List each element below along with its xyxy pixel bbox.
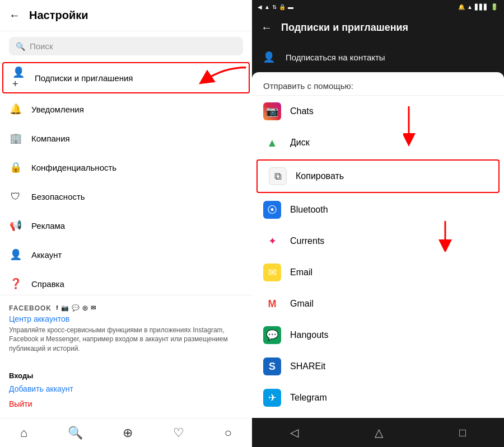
signal-bars-icon: ▋▋▋ <box>475 4 488 10</box>
share-item-gmail[interactable]: M Gmail <box>252 288 504 319</box>
mail-icon: ✉ <box>91 304 96 312</box>
account-icon: 👤 <box>9 248 22 261</box>
left-menu-list: 👤+ Подписки и приглашения 🔔 Уведомления … <box>0 61 252 295</box>
telegram-icon: ✈ <box>263 389 281 407</box>
account-label: Аккаунт <box>31 250 62 260</box>
signal-icon: ◀ <box>258 4 262 10</box>
ads-label: Реклама <box>31 221 65 230</box>
company-icon: 🏢 <box>9 131 22 145</box>
ads-icon: 📢 <box>9 219 22 232</box>
subscribe-contacts-label: Подписаться на контакты <box>286 53 385 62</box>
lock-icon: 🔒 <box>279 4 286 10</box>
shareit-label: SHAREit <box>290 361 325 371</box>
shareit-icon: S <box>263 357 281 375</box>
share-item-chats[interactable]: 📷 Chats <box>252 96 504 127</box>
right-bottom-nav: ◁ △ □ <box>252 418 504 447</box>
copy-icon: ⧉ <box>269 167 287 185</box>
right-panel: ◀ ▲ ⇅ 🔒 ▬ 🔔 ▲ ▋▋▋ 🔋 ← Подписки и приглаш… <box>252 0 504 447</box>
right-back-nav[interactable]: ◁ <box>290 426 298 439</box>
search-bar[interactable]: 🔍 Поиск <box>9 37 243 55</box>
oculus-icon: ◎ <box>82 304 88 312</box>
right-home-nav[interactable]: △ <box>375 426 383 439</box>
share-item-email[interactable]: ✉ Email <box>252 257 504 288</box>
status-bar: ◀ ▲ ⇅ 🔒 ▬ 🔔 ▲ ▋▋▋ 🔋 <box>252 0 504 13</box>
add-account-link[interactable]: Добавить аккаунт <box>9 384 243 393</box>
left-menu-item-account[interactable]: 👤 Аккаунт <box>0 240 252 269</box>
right-menu-subscribe-contacts[interactable]: 👤 Подписаться на контакты <box>252 41 504 73</box>
left-menu-item-ads[interactable]: 📢 Реклама <box>0 211 252 240</box>
bluetooth-label: Bluetooth <box>290 205 328 215</box>
notifications-label: Уведомления <box>31 105 84 114</box>
fb-icon: f <box>56 304 59 312</box>
facebook-section: FACEBOOK f 📷 💬 ◎ ✉ Центр аккаунтов Управ… <box>0 295 252 363</box>
instagram-icon: 📷 <box>61 304 69 312</box>
entries-section: Входы Добавить аккаунт Выйти <box>0 363 252 418</box>
wifi-icon: ▲ <box>467 4 473 10</box>
privacy-icon: 🔒 <box>9 161 22 174</box>
search-nav-icon[interactable]: 🔍 <box>68 426 83 440</box>
chats-label: Chats <box>290 106 314 116</box>
hangouts-icon: 💬 <box>263 326 281 344</box>
battery-icon: 🔋 <box>491 3 498 11</box>
profile-nav-icon[interactable]: ○ <box>225 426 232 440</box>
notification-icon: 🔔 <box>458 4 465 10</box>
right-back-button[interactable]: ← <box>261 21 272 34</box>
right-header: ← Подписки и приглашения <box>252 13 504 41</box>
left-bottom-nav: ⌂ 🔍 ⊕ ♡ ○ <box>0 418 252 447</box>
left-menu-item-privacy[interactable]: 🔒 Конфиденциальность <box>0 153 252 182</box>
chats-icon: 📷 <box>263 102 281 120</box>
add-nav-icon[interactable]: ⊕ <box>123 426 133 440</box>
status-left-icons: ◀ ▲ ⇅ 🔒 ▬ <box>258 4 293 10</box>
drive-icon: ▲ <box>263 134 281 152</box>
help-label: Справка <box>31 279 64 289</box>
notifications-icon: 🔔 <box>9 102 22 116</box>
share-item-telegram[interactable]: ✈ Telegram <box>252 382 504 413</box>
share-item-shareit[interactable]: S SHAREit <box>252 351 504 382</box>
logout-link[interactable]: Выйти <box>9 399 32 408</box>
status-right-icons: 🔔 ▲ ▋▋▋ 🔋 <box>458 3 498 11</box>
left-menu-item-company[interactable]: 🏢 Компания <box>0 124 252 153</box>
hangouts-label: Hangouts <box>290 330 329 340</box>
share-item-hangouts[interactable]: 💬 Hangouts <box>252 319 504 351</box>
email-label: Email <box>290 267 312 277</box>
facebook-desc: Управляйте кросс-сервисными функциями в … <box>9 326 243 354</box>
nav-icon-status: ▲ <box>264 4 270 10</box>
facebook-label: FACEBOOK f 📷 💬 ◎ ✉ <box>9 304 243 312</box>
back-button[interactable]: ← <box>9 9 20 22</box>
search-placeholder: Поиск <box>30 41 53 51</box>
email-icon: ✉ <box>263 264 281 281</box>
share-items-list: 📷 Chats ▲ Диск ⧉ Копировать ⦿ Bluetooth … <box>252 96 504 413</box>
share-item-drive[interactable]: ▲ Диск <box>252 127 504 158</box>
share-item-currents[interactable]: ✦ Currents <box>252 225 504 257</box>
data-icon: ⇅ <box>272 4 277 10</box>
privacy-label: Конфиденциальность <box>31 163 116 172</box>
subscriptions-label: Подписки и приглашения <box>35 73 133 83</box>
left-menu-item-notifications[interactable]: 🔔 Уведомления <box>0 95 252 124</box>
security-icon: 🛡 <box>9 190 22 203</box>
messenger-icon: 💬 <box>72 304 80 312</box>
account-center-link[interactable]: Центр аккаунтов <box>9 314 243 323</box>
left-header: ← Настройки <box>0 0 252 31</box>
right-title: Подписки и приглашения <box>281 22 408 34</box>
left-menu-item-help[interactable]: ❓ Справка <box>0 269 252 295</box>
currents-label: Currents <box>290 236 324 246</box>
share-item-bluetooth[interactable]: ⦿ Bluetooth <box>252 194 504 225</box>
left-title: Настройки <box>29 9 88 22</box>
telegram-label: Telegram <box>290 393 327 403</box>
home-nav-icon[interactable]: ⌂ <box>20 426 27 440</box>
security-label: Безопасность <box>31 192 85 201</box>
copy-label: Копировать <box>296 171 344 181</box>
bluetooth-icon: ⦿ <box>263 201 281 219</box>
heart-nav-icon[interactable]: ♡ <box>173 426 184 440</box>
left-menu-item-security[interactable]: 🛡 Безопасность <box>0 182 252 211</box>
share-item-copy[interactable]: ⧉ Копировать <box>256 159 500 193</box>
search-icon: 🔍 <box>16 42 25 51</box>
left-menu-item-subscriptions[interactable]: 👤+ Подписки и приглашения <box>2 62 250 93</box>
left-panel: ← Настройки 🔍 Поиск 👤+ Подписки и пригла… <box>0 0 252 447</box>
company-label: Компания <box>31 134 70 143</box>
right-recents-nav[interactable]: □ <box>459 426 466 439</box>
share-dialog-header: Отправить с помощью: <box>252 72 504 96</box>
subscribe-contacts-icon: 👤 <box>261 49 277 65</box>
facebook-icons-row: f 📷 💬 ◎ ✉ <box>56 304 96 312</box>
gmail-icon: M <box>263 295 281 313</box>
